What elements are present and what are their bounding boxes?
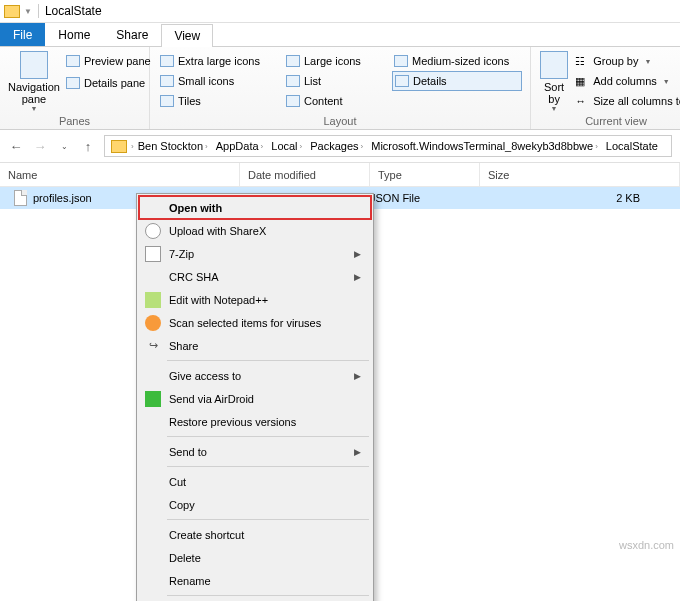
tab-file[interactable]: File <box>0 23 45 46</box>
tab-share[interactable]: Share <box>103 23 161 46</box>
back-button[interactable]: ← <box>8 138 24 154</box>
folder-icon <box>111 140 127 153</box>
cm-give-access[interactable]: Give access to▶ <box>139 364 371 387</box>
crumb-4[interactable]: Microsoft.WindowsTerminal_8wekyb3d8bbwe› <box>367 140 602 152</box>
cm-cut[interactable]: Cut <box>139 470 371 493</box>
cm-restore[interactable]: Restore previous versions <box>139 410 371 433</box>
notepad-icon <box>145 292 161 308</box>
submenu-arrow-icon: ▶ <box>354 272 361 282</box>
titlebar: ▼ LocalState <box>0 0 680 23</box>
separator <box>167 360 369 361</box>
submenu-arrow-icon: ▶ <box>354 371 361 381</box>
column-date[interactable]: Date modified <box>240 163 370 186</box>
large-icons[interactable]: Large icons <box>284 51 384 71</box>
separator <box>167 466 369 467</box>
medium-icons[interactable]: Medium-sized icons <box>392 51 522 71</box>
size-columns-button[interactable]: ↔Size all columns to f <box>573 91 680 111</box>
submenu-arrow-icon: ▶ <box>354 249 361 259</box>
cm-create-shortcut[interactable]: Create shortcut <box>139 523 371 546</box>
crumb-0[interactable]: Ben Stockton› <box>134 140 212 152</box>
column-headers: Name Date modified Type Size <box>0 163 680 187</box>
cm-7zip[interactable]: 7-Zip▶ <box>139 242 371 265</box>
chevron-down-icon: ▼ <box>31 105 38 113</box>
recent-dropdown[interactable]: ⌄ <box>56 138 72 154</box>
address-bar[interactable]: › Ben Stockton› AppData› Local› Packages… <box>104 135 672 157</box>
cm-crc[interactable]: CRC SHA▶ <box>139 265 371 288</box>
cm-delete[interactable]: Delete <box>139 546 371 569</box>
navigation-pane-button[interactable]: Navigation pane ▼ <box>8 51 60 113</box>
separator <box>167 436 369 437</box>
layout-group-label: Layout <box>158 113 522 127</box>
context-menu: Open with Upload with ShareX 7-Zip▶ CRC … <box>136 193 374 601</box>
sharex-icon <box>145 223 161 239</box>
cm-notepad[interactable]: Edit with Notepad++ <box>139 288 371 311</box>
crumb-2[interactable]: Local› <box>267 140 306 152</box>
up-button[interactable]: ↑ <box>80 138 96 154</box>
column-type[interactable]: Type <box>370 163 480 186</box>
column-size[interactable]: Size <box>480 163 680 186</box>
ribbon: Navigation pane ▼ Preview pane Details p… <box>0 47 680 130</box>
qat-dropdown-icon[interactable]: ▼ <box>24 7 32 16</box>
cm-rename[interactable]: Rename <box>139 569 371 592</box>
panes-group-label: Panes <box>8 113 141 127</box>
separator <box>167 519 369 520</box>
cm-airdroid[interactable]: Send via AirDroid <box>139 387 371 410</box>
add-columns-button[interactable]: ▦Add columns▼ <box>573 71 680 91</box>
sort-by-label: Sort by <box>544 81 564 105</box>
navigation-bar: ← → ⌄ ↑ › Ben Stockton› AppData› Local› … <box>0 130 680 163</box>
submenu-arrow-icon: ▶ <box>354 447 361 457</box>
file-type: JSON File <box>370 192 480 204</box>
7zip-icon <box>145 246 161 262</box>
cm-virus-scan[interactable]: Scan selected items for viruses <box>139 311 371 334</box>
details-pane-button[interactable]: Details pane <box>64 73 153 93</box>
forward-button[interactable]: → <box>32 138 48 154</box>
extra-large-icons[interactable]: Extra large icons <box>158 51 276 71</box>
crumb-5[interactable]: LocalState <box>602 140 662 152</box>
cm-copy[interactable]: Copy <box>139 493 371 516</box>
tiles-view[interactable]: Tiles <box>158 91 276 111</box>
tab-home[interactable]: Home <box>45 23 103 46</box>
crumb-1[interactable]: AppData› <box>212 140 267 152</box>
ribbon-tabs: File Home Share View <box>0 23 680 47</box>
cm-share[interactable]: ↪Share <box>139 334 371 357</box>
nav-pane-label: Navigation pane <box>8 81 60 105</box>
sort-by-button[interactable]: Sort by ▼ <box>539 51 569 113</box>
column-name[interactable]: Name <box>0 163 240 186</box>
airdroid-icon <box>145 391 161 407</box>
file-name: profiles.json <box>33 192 92 204</box>
window-title: LocalState <box>45 4 102 18</box>
preview-pane-button[interactable]: Preview pane <box>64 51 153 71</box>
crumb-3[interactable]: Packages› <box>306 140 367 152</box>
watermark: wsxdn.com <box>619 539 674 551</box>
cm-send-to[interactable]: Send to▶ <box>139 440 371 463</box>
details-view[interactable]: Details <box>392 71 522 91</box>
content-view[interactable]: Content <box>284 91 384 111</box>
tab-view[interactable]: View <box>161 24 213 47</box>
file-size: 2 KB <box>480 192 680 204</box>
current-view-group-label: Current view <box>539 113 680 127</box>
group-by-button[interactable]: ☷Group by▼ <box>573 51 680 71</box>
folder-icon <box>4 5 20 18</box>
separator <box>167 595 369 596</box>
antivirus-icon <box>145 315 161 331</box>
chevron-down-icon: ▼ <box>551 105 558 113</box>
share-icon: ↪ <box>145 338 161 354</box>
small-icons[interactable]: Small icons <box>158 71 276 91</box>
file-icon <box>14 190 27 206</box>
list-view[interactable]: List <box>284 71 384 91</box>
cm-sharex[interactable]: Upload with ShareX <box>139 219 371 242</box>
cm-open-with[interactable]: Open with <box>139 196 371 219</box>
